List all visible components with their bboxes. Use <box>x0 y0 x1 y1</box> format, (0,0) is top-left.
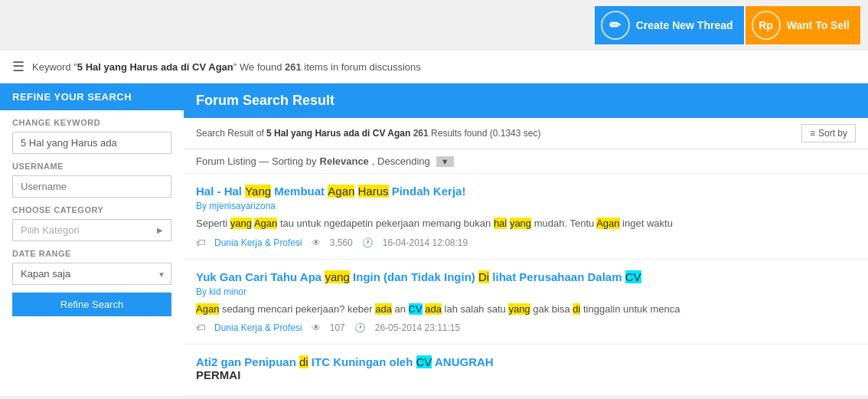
category-arrow-icon: ▶ <box>157 226 163 234</box>
thread-excerpt: Agan sedang mencari pekerjaan? keber ada… <box>196 302 856 317</box>
category-selector[interactable]: Pilih Kategori ▶ <box>12 219 171 241</box>
create-thread-button[interactable]: ✏ Create New Thread <box>595 6 744 44</box>
sort-key: Relevance <box>320 155 369 167</box>
sort-by-button[interactable]: ≡ Sort by <box>801 124 856 142</box>
thread-tag[interactable]: Dunia Kerja & Profesi <box>214 237 302 248</box>
hl-di3: di <box>299 355 308 368</box>
thread-views2: 107 <box>330 322 345 333</box>
highlight-yang: Yang <box>245 185 271 198</box>
forum-search-result-title: Forum Search Result <box>196 93 334 108</box>
result-count: 261 <box>413 128 429 139</box>
content-title: Forum Search Result <box>184 83 868 118</box>
sort-direction: , Descending <box>372 155 430 167</box>
thread-tag-icon2: 🏷 <box>196 322 205 333</box>
hl-ada: ada <box>375 303 392 315</box>
thread-excerpt: Seperti yang Agan tau untuk ngedapetin p… <box>196 216 856 231</box>
thread-title[interactable]: Ati2 gan Penipuan di ITC Kuningan oleh C… <box>196 355 856 381</box>
hl-hal: hal <box>494 217 507 229</box>
thread-author[interactable]: By kid minor <box>196 286 856 297</box>
search-keyword: 5 Hal yang Harus ada di CV Agan <box>77 61 233 73</box>
sort-bar: Forum Listing — Sorting by Relevance , D… <box>184 149 868 174</box>
hl-di2: di <box>573 303 580 315</box>
username-label: USERNAME <box>12 162 171 171</box>
result-keyword: 5 Hal yang Harus ada di CV Agan <box>266 128 410 139</box>
sort-by-label: Sort by <box>818 128 847 139</box>
views-icon: 👁 <box>312 237 321 248</box>
date-range-selector[interactable]: Kapan saja Hari ini Minggu ini Bulan ini… <box>12 263 171 285</box>
expand-sort-button[interactable]: ▼ <box>436 156 454 167</box>
hl-cv2: CV <box>409 303 423 315</box>
thread-meta: 🏷 Dunia Kerja & Profesi 👁 107 🕐 26-05-20… <box>196 322 856 333</box>
thread-meta: 🏷 Dunia Kerja & Profesi 👁 3,560 🕐 16-04-… <box>196 237 856 248</box>
thread-views: 3,560 <box>330 237 353 248</box>
thread-tag2[interactable]: Dunia Kerja & Profesi <box>214 322 302 333</box>
sidebar-title: REFINE YOUR SEARCH <box>12 91 132 103</box>
want-to-sell-label: Want To Sell <box>787 19 850 31</box>
hl-yang: yang <box>230 217 252 229</box>
pencil-icon: ✏ <box>601 11 630 40</box>
thread-title-cont: PERMAI <box>196 368 240 381</box>
hl-yang2: yang <box>510 217 531 229</box>
thread-date2: 26-05-2014 23:11:15 <box>375 322 460 333</box>
thread-date: 16-04-2014 12:08:19 <box>383 237 468 248</box>
thread-item: Hal - Hal Yang Membuat Agan Harus Pindah… <box>184 174 868 260</box>
category-label: CHOOSE CATEGORY <box>12 205 171 214</box>
date-range-select[interactable]: Kapan saja Hari ini Minggu ini Bulan ini <box>12 263 171 285</box>
thread-title[interactable]: Hal - Hal Yang Membuat Agan Harus Pindah… <box>196 185 856 198</box>
hl-ada2: ada <box>425 303 442 315</box>
date-icon: 🕐 <box>362 237 374 248</box>
result-meta-text: Search Result of 5 Hal yang Harus ada di… <box>196 128 540 139</box>
sidebar: REFINE YOUR SEARCH CHANGE KEYWORD USERNA… <box>0 83 184 396</box>
search-count: 261 <box>285 61 302 73</box>
hamburger-icon[interactable]: ☰ <box>12 58 24 75</box>
header: ✏ Create New Thread Rp Want To Sell <box>0 0 868 51</box>
sort-icon: ≡ <box>810 128 815 139</box>
username-input[interactable] <box>12 175 171 198</box>
views-icon2: 👁 <box>312 322 321 333</box>
hl-di: Di <box>478 270 489 283</box>
thread-title[interactable]: Yuk Gan Cari Tahu Apa yang Ingin (dan Ti… <box>196 270 856 283</box>
hl-yang3: yang <box>325 270 350 283</box>
sidebar-content: CHANGE KEYWORD USERNAME CHOOSE CATEGORY … <box>0 110 184 324</box>
thread-item: Ati2 gan Penipuan di ITC Kuningan oleh C… <box>184 345 868 396</box>
want-to-sell-button[interactable]: Rp Want To Sell <box>746 6 860 44</box>
main-layout: REFINE YOUR SEARCH CHANGE KEYWORD USERNA… <box>0 83 868 396</box>
highlight-agan: Agan <box>328 185 354 198</box>
forum-listing-label: Forum Listing — Sorting by <box>196 155 317 167</box>
refine-search-button[interactable]: Refine Search <box>12 293 171 316</box>
hl-agan3: Agan <box>196 303 219 315</box>
create-thread-label: Create New Thread <box>636 18 733 32</box>
content-area: Forum Search Result Search Result of 5 H… <box>184 83 868 396</box>
search-bar: ☰ Keyword "5 Hal yang Harus ada di CV Ag… <box>0 51 868 83</box>
date-icon2: 🕐 <box>354 322 366 333</box>
hl-yang4: yang <box>508 303 530 315</box>
thread-tag-icon: 🏷 <box>196 237 205 248</box>
search-info: Keyword "5 Hal yang Harus ada di CV Agan… <box>32 61 421 73</box>
thread-author[interactable]: By mjenisayarizona <box>196 201 856 211</box>
hl-cv: CV <box>625 270 641 283</box>
hl-agan2: Agan <box>596 217 619 229</box>
hl-cv3: CV <box>416 355 432 368</box>
highlight-harus: Harus <box>358 185 389 198</box>
date-range-label: DATE RANGE <box>12 249 171 258</box>
sidebar-header: REFINE YOUR SEARCH <box>0 83 184 110</box>
hl-agan: Agan <box>254 217 277 229</box>
result-meta-bar: Search Result of 5 Hal yang Harus ada di… <box>184 118 868 149</box>
thread-item: Yuk Gan Cari Tahu Apa yang Ingin (dan Ti… <box>184 260 868 345</box>
category-placeholder: Pilih Kategori <box>21 224 80 236</box>
change-keyword-label: CHANGE KEYWORD <box>12 118 171 127</box>
rp-icon: Rp <box>752 11 781 40</box>
keyword-input[interactable] <box>12 132 171 154</box>
